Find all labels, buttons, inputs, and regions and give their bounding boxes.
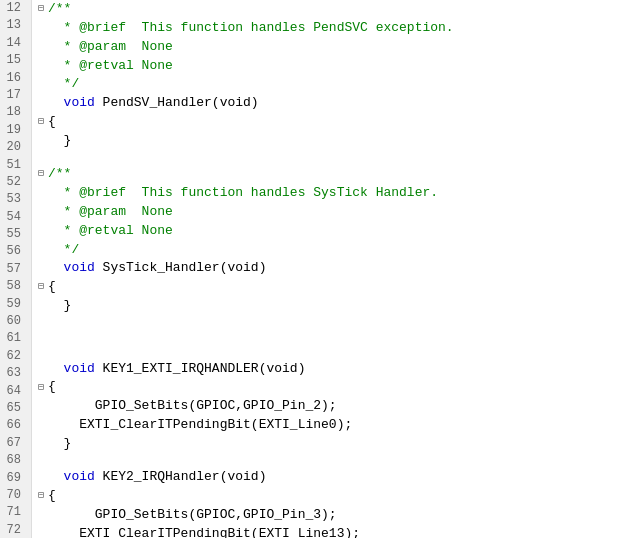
line-number: 19 — [4, 122, 25, 139]
line-number: 58 — [4, 278, 25, 295]
code-line: * @param None — [38, 203, 635, 222]
code-token: { — [48, 378, 56, 397]
fold-indicator[interactable]: ⊟ — [38, 2, 48, 17]
code-line — [38, 345, 635, 360]
line-number: 66 — [4, 417, 25, 434]
code-token: * @param None — [48, 38, 173, 57]
fold-indicator — [38, 21, 48, 36]
fold-indicator — [38, 151, 48, 166]
line-number: 72 — [4, 522, 25, 538]
code-token: * @brief This function handles SysTick H… — [48, 184, 438, 203]
code-line: } — [38, 435, 635, 454]
code-line: ⊟{ — [38, 278, 635, 297]
code-token: void — [48, 468, 95, 487]
code-token: void — [48, 259, 95, 278]
line-number: 14 — [4, 35, 25, 52]
fold-indicator — [38, 186, 48, 201]
code-token: { — [48, 487, 56, 506]
code-token: } — [48, 435, 71, 454]
fold-indicator — [38, 399, 48, 414]
line-number: 63 — [4, 365, 25, 382]
line-number: 62 — [4, 348, 25, 365]
code-editor: 1213141516171819205152535455565758596061… — [0, 0, 635, 538]
code-line — [38, 151, 635, 166]
fold-indicator[interactable]: ⊟ — [38, 489, 48, 504]
fold-indicator — [38, 527, 48, 538]
line-number: 18 — [4, 104, 25, 121]
code-line: GPIO_SetBits(GPIOC,GPIO_Pin_2); — [38, 397, 635, 416]
code-token: void — [48, 94, 95, 113]
code-line: void KEY1_EXTI_IRQHANDLER(void) — [38, 360, 635, 379]
code-token: } — [48, 297, 71, 316]
code-token: GPIO_SetBits(GPIOC,GPIO_Pin_3); — [48, 506, 337, 525]
fold-indicator — [38, 508, 48, 523]
line-number: 16 — [4, 70, 25, 87]
code-token: /** — [48, 165, 71, 184]
fold-indicator — [38, 418, 48, 433]
code-token: KEY1_EXTI_IRQHANDLER(void) — [95, 360, 306, 379]
line-number: 52 — [4, 174, 25, 191]
code-token: void — [48, 360, 95, 379]
code-token: EXTI_ClearITPendingBit(EXTI_Line13); — [48, 525, 360, 538]
code-token: SysTick_Handler(void) — [95, 259, 267, 278]
code-line — [38, 331, 635, 346]
line-number: 57 — [4, 261, 25, 278]
fold-indicator — [38, 437, 48, 452]
code-token: */ — [48, 241, 79, 260]
line-number: 56 — [4, 243, 25, 260]
code-token: * @retval None — [48, 57, 173, 76]
fold-indicator — [38, 78, 48, 93]
line-number: 71 — [4, 504, 25, 521]
code-line: } — [38, 297, 635, 316]
code-line: * @brief This function handles SysTick H… — [38, 184, 635, 203]
code-line: ⊟/** — [38, 165, 635, 184]
code-line: * @retval None — [38, 57, 635, 76]
fold-indicator[interactable]: ⊟ — [38, 115, 48, 130]
fold-indicator — [38, 262, 48, 277]
code-line: EXTI_ClearITPendingBit(EXTI_Line13); — [38, 525, 635, 538]
line-number: 54 — [4, 209, 25, 226]
line-number: 67 — [4, 435, 25, 452]
code-token: { — [48, 278, 56, 297]
code-line: */ — [38, 241, 635, 260]
code-token: * @param None — [48, 203, 173, 222]
code-line: * @brief This function handles PendSVC e… — [38, 19, 635, 38]
line-number: 53 — [4, 191, 25, 208]
line-number: 59 — [4, 296, 25, 313]
fold-indicator — [38, 331, 48, 346]
code-line: EXTI_ClearITPendingBit(EXTI_Line0); — [38, 416, 635, 435]
fold-indicator[interactable]: ⊟ — [38, 381, 48, 396]
code-line — [38, 316, 635, 331]
code-token: * @retval None — [48, 222, 173, 241]
code-line: ⊟{ — [38, 113, 635, 132]
code-line: * @param None — [38, 38, 635, 57]
line-number: 68 — [4, 452, 25, 469]
code-line: void KEY2_IRQHandler(void) — [38, 468, 635, 487]
fold-indicator — [38, 224, 48, 239]
fold-indicator — [38, 454, 48, 469]
line-number: 13 — [4, 17, 25, 34]
fold-indicator — [38, 96, 48, 111]
code-token: /** — [48, 0, 71, 19]
code-line: ⊟/** — [38, 0, 635, 19]
code-token: } — [48, 132, 71, 151]
code-token: { — [48, 113, 56, 132]
fold-indicator — [38, 59, 48, 74]
fold-indicator — [38, 345, 48, 360]
code-line: } — [38, 132, 635, 151]
code-area[interactable]: ⊟/** * @brief This function handles Pend… — [32, 0, 635, 538]
line-number: 55 — [4, 226, 25, 243]
code-line: */ — [38, 75, 635, 94]
line-number: 51 — [4, 157, 25, 174]
line-number: 17 — [4, 87, 25, 104]
line-number: 69 — [4, 470, 25, 487]
fold-indicator — [38, 470, 48, 485]
fold-indicator — [38, 362, 48, 377]
line-number: 20 — [4, 139, 25, 156]
line-number: 70 — [4, 487, 25, 504]
fold-indicator[interactable]: ⊟ — [38, 280, 48, 295]
fold-indicator — [38, 299, 48, 314]
code-line — [38, 454, 635, 469]
code-line: ⊟{ — [38, 487, 635, 506]
fold-indicator[interactable]: ⊟ — [38, 167, 48, 182]
